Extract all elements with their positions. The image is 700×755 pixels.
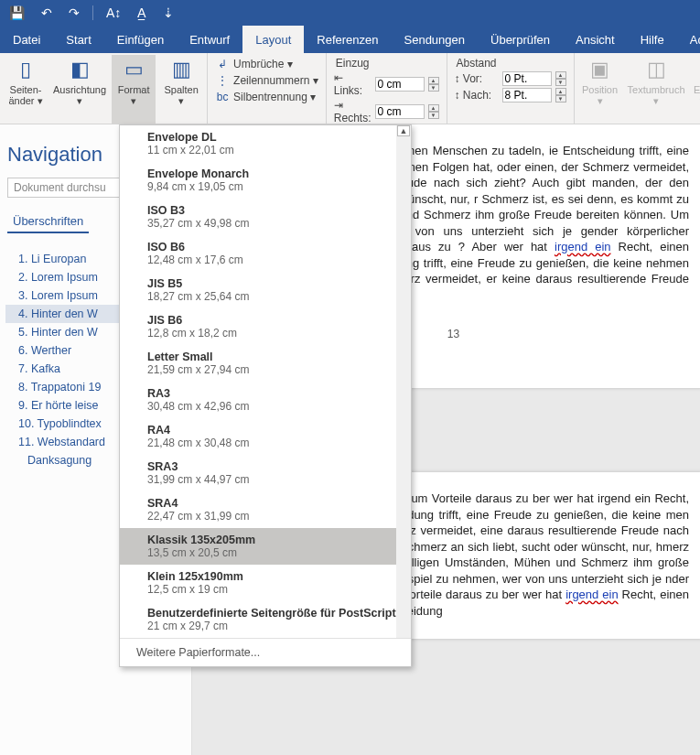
page-size-option[interactable]: JIS B612,8 cm x 18,2 cm	[120, 308, 411, 345]
page-size-option-dim: 12,8 cm x 18,2 cm	[147, 327, 402, 340]
page-size-option-title: RA3	[147, 387, 402, 400]
format-label: Format ▾	[118, 84, 150, 106]
indent-left-label: ⇤ Links:	[334, 71, 372, 97]
margins-icon: ▯	[13, 57, 38, 82]
nav-headings-tab[interactable]: Überschriften	[7, 210, 89, 233]
indent-right-spinner[interactable]: ▲▼	[428, 104, 439, 119]
scroll-up-icon[interactable]: ▲	[397, 125, 410, 136]
spacing-before-input[interactable]	[502, 71, 552, 86]
page-size-option-title: Letter Small	[147, 351, 402, 363]
tab-hilfe[interactable]: Hilfe	[628, 26, 677, 53]
page-size-option-dim: 35,27 cm x 49,98 cm	[147, 217, 402, 230]
page-size-option-dim: 21,48 cm x 30,48 cm	[147, 437, 402, 449]
bring-forward-button: ◱ Ebene n vorne	[691, 55, 700, 124]
position-button: ▣ Position ▾	[578, 55, 622, 124]
page-size-option-dim: 12,48 cm x 17,6 cm	[147, 253, 402, 266]
page-size-option[interactable]: ISO B612,48 cm x 17,6 cm	[120, 235, 411, 272]
spacing-after-spinner[interactable]: ▲▼	[555, 88, 566, 102]
orientation-icon: ◧	[67, 57, 92, 82]
spacing-after-label: ↕ Nach:	[455, 89, 499, 102]
breaks-button[interactable]: ↲Umbrüche ▾	[211, 57, 322, 71]
page-size-option-title: Klassik 135x205mm	[147, 534, 402, 546]
indent-left-spinner[interactable]: ▲▼	[428, 77, 439, 92]
page-size-option[interactable]: Klassik 135x205mm13,5 cm x 20,5 cm	[120, 528, 411, 565]
text-wrap-button: ◫ Textumbruch ▾	[626, 55, 687, 124]
page-size-option-dim: 11 cm x 22,01 cm	[147, 144, 402, 156]
breaks-label: Umbrüche ▾	[233, 58, 293, 70]
position-label: Position ▾	[582, 84, 618, 106]
font-style-icon[interactable]: A̲	[134, 4, 150, 22]
spell-error-link[interactable]: irgend ein	[565, 588, 618, 601]
line-numbers-button[interactable]: ⋮Zeilennummern ▾	[211, 73, 322, 88]
qat-more-icon[interactable]: ⇣	[159, 4, 178, 22]
page-size-option[interactable]: Benutzerdefinierte Seitengröße für PostS…	[120, 601, 411, 638]
tab-referenzen[interactable]: Referenzen	[304, 26, 391, 53]
indent-heading: Einzug	[334, 57, 372, 70]
save-icon[interactable]: 💾	[5, 4, 28, 22]
position-icon: ▣	[587, 57, 613, 82]
page-size-option[interactable]: SRA422,47 cm x 31,99 cm	[120, 491, 411, 528]
tab-layout[interactable]: Layout	[242, 26, 304, 53]
spacing-before-label: ↕ Vor:	[455, 72, 499, 85]
spacing-heading: Abstand	[455, 57, 499, 70]
tab-datei[interactable]: Datei	[0, 26, 53, 53]
page-size-dropdown: ▲ ▼ Envelope DL11 cm x 22,01 cmEnvelope …	[119, 124, 412, 667]
hyphenation-icon: bc	[215, 91, 230, 103]
page-size-option[interactable]: Envelope Monarch9,84 cm x 19,05 cm	[120, 162, 411, 199]
text-wrap-label: Textumbruch ▾	[628, 84, 685, 106]
page-size-option[interactable]: SRA331,99 cm x 44,97 cm	[120, 455, 411, 491]
page-size-option[interactable]: RA330,48 cm x 42,96 cm	[120, 382, 411, 418]
indent-left-icon: ⇤	[334, 71, 343, 84]
redo-icon[interactable]: ↷	[65, 4, 83, 22]
spell-error-link[interactable]: irgend ein	[555, 240, 611, 253]
page-size-option-title: RA4	[147, 424, 402, 437]
page-size-option-title: Envelope DL	[147, 131, 402, 144]
text-wrap-icon: ◫	[643, 57, 669, 82]
dropdown-scrollbar[interactable]: ▲ ▼	[396, 125, 411, 638]
page-size-option-title: JIS B5	[147, 277, 402, 290]
tab-entwurf[interactable]: Entwurf	[177, 26, 242, 53]
spacing-before-spinner[interactable]: ▲▼	[555, 71, 566, 86]
tab-einfügen[interactable]: Einfügen	[104, 26, 177, 53]
page-size-option[interactable]: Envelope DL11 cm x 22,01 cm	[120, 125, 411, 162]
columns-label: Spalten ▾	[164, 84, 198, 106]
page-size-option-title: Envelope Monarch	[147, 167, 402, 180]
page-size-option-title: SRA4	[147, 497, 402, 510]
page-size-option-dim: 18,27 cm x 25,64 cm	[147, 290, 402, 303]
hyphenation-button[interactable]: bcSilbentrennung ▾	[211, 90, 322, 104]
page-size-option-title: SRA3	[147, 460, 402, 473]
more-paper-sizes[interactable]: Weitere Papierformate...	[120, 638, 411, 666]
columns-button[interactable]: ▥ Spalten ▾	[159, 55, 203, 124]
page-size-option-dim: 12,5 cm x 19 cm	[147, 583, 402, 596]
indent-right-input[interactable]	[375, 104, 425, 119]
line-numbers-label: Zeilennummern ▾	[233, 74, 318, 87]
page-size-option-title: Benutzerdefinierte Seitengröße für PostS…	[147, 607, 402, 620]
tab-sendungen[interactable]: Sendungen	[392, 26, 479, 53]
page-size-option[interactable]: Letter Small21,59 cm x 27,94 cm	[120, 345, 411, 382]
tab-start[interactable]: Start	[53, 26, 103, 53]
tab-acrobat[interactable]: Acrobat	[677, 26, 700, 53]
page-size-option[interactable]: RA421,48 cm x 30,48 cm	[120, 418, 411, 455]
spacing-after-input[interactable]	[502, 88, 552, 102]
orientation-button[interactable]: ◧ Ausrichtung ▾	[51, 55, 108, 124]
font-size-icon[interactable]: A↕	[102, 4, 124, 22]
indent-right-label: ⇥ Rechts:	[334, 99, 372, 124]
tab-ansicht[interactable]: Ansicht	[563, 26, 628, 53]
page-size-option[interactable]: Klein 125x190mm12,5 cm x 19 cm	[120, 565, 411, 601]
page-size-option[interactable]: ISO B335,27 cm x 49,98 cm	[120, 199, 411, 235]
indent-left-input[interactable]	[375, 77, 425, 92]
page-margins-button[interactable]: ▯ Seiten- änder ▾	[4, 55, 48, 124]
page-size-option[interactable]: JIS B518,27 cm x 25,64 cm	[120, 272, 411, 308]
quick-access-toolbar: 💾 ↶ ↷ A↕ A̲ ⇣	[0, 0, 700, 26]
page-size-option-title: JIS B6	[147, 314, 402, 327]
breaks-icon: ↲	[215, 58, 230, 70]
format-button[interactable]: ▭ Format ▾	[112, 55, 156, 124]
tab-überprüfen[interactable]: Überprüfen	[478, 26, 563, 53]
page-size-option-dim: 22,47 cm x 31,99 cm	[147, 510, 402, 523]
orientation-label: Ausrichtung ▾	[53, 84, 106, 106]
undo-icon[interactable]: ↶	[38, 4, 56, 22]
hyphenation-label: Silbentrennung ▾	[233, 91, 316, 103]
indent-right-icon: ⇥	[334, 99, 343, 112]
line-numbers-icon: ⋮	[215, 74, 230, 87]
page-size-option-dim: 30,48 cm x 42,96 cm	[147, 400, 402, 413]
